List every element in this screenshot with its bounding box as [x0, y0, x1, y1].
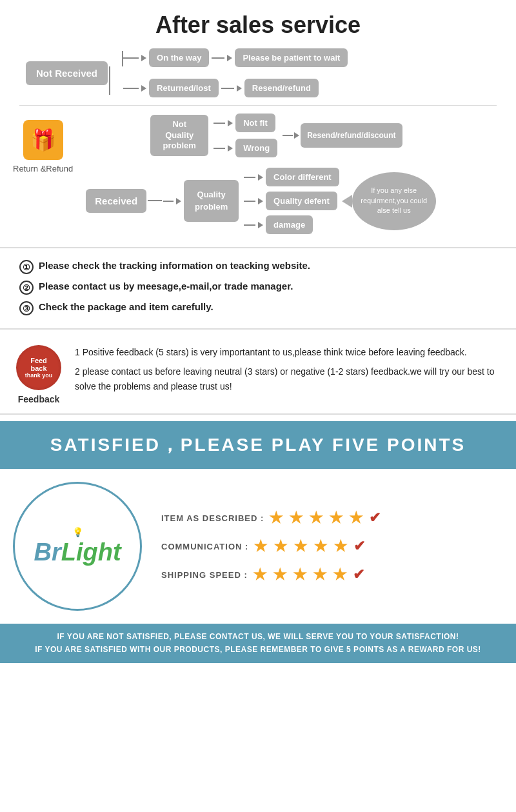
nr-branches-container: [109, 66, 110, 95]
star1-1: ★: [269, 509, 284, 527]
returned-lost-box: Returned/lost: [149, 79, 219, 97]
header: After sales service: [0, 0, 516, 45]
rr-label: Return &Refund: [13, 164, 73, 173]
qp-b2: Quality defent: [244, 192, 339, 210]
rec-bracket: [148, 200, 162, 203]
nq-arr1: [228, 120, 233, 126]
nr-bracket: [109, 51, 123, 95]
v2: [109, 66, 110, 95]
star-label-3: SHIPPING SPEED :: [161, 570, 248, 580]
star2-5: ★: [333, 537, 348, 555]
satisfied-banner: SATISFIED，PLEASE PLAY FIVE POINTS: [0, 421, 516, 469]
qp-b3: damage: [244, 215, 339, 234]
received-box: Received: [86, 189, 146, 213]
feedback-badge: Feed back thank you: [16, 345, 61, 390]
star2-3: ★: [293, 537, 308, 555]
nq-b2: Wrong: [213, 139, 277, 157]
nq-outcome-conn: Resend/refund/discount: [283, 123, 402, 148]
rr-section: 🎁 Return &Refund NotQualityproblem: [6, 114, 510, 234]
main-diagram: Not Received: [0, 45, 516, 241]
qp-b1: Color different: [244, 168, 339, 186]
logo-text: Br Light: [34, 539, 121, 566]
page-title: After sales service: [0, 12, 516, 39]
feedback-item-1: 1 Positive feedback (5 stars) is very im…: [75, 345, 503, 359]
speech-bubble: If you any else requirment,you could als…: [352, 172, 436, 230]
arrow2: [227, 55, 232, 61]
badge-line2: back: [30, 364, 46, 372]
rec-h1: [148, 200, 162, 201]
check3: ✔: [353, 566, 365, 583]
star-row-3: SHIPPING SPEED : ★ ★ ★ ★ ★ ✔: [161, 566, 510, 584]
star2-2: ★: [273, 537, 288, 555]
feedback-label: Feedback: [18, 394, 60, 404]
bottom-banner: IF YOU ARE NOT SATISFIED, PLEASE CONTACT…: [0, 624, 516, 663]
nq-outcome-arr: [294, 132, 299, 139]
feedback-icon-area: Feed back thank you Feedback: [13, 345, 64, 404]
qp-arr2: [258, 198, 263, 204]
rec-arm: [163, 201, 174, 202]
arm2: [212, 57, 224, 59]
nr-branch-top: [109, 51, 123, 66]
feedback-item-2: 2 please contact us before leaving neutr…: [75, 364, 503, 393]
rec-arm-top: [148, 200, 162, 201]
star3-2: ★: [273, 566, 288, 584]
qp-arr1: [258, 174, 263, 181]
qp-branches: Color different Quality defent damage: [244, 168, 339, 234]
star-row-2: COMMUNICATION : ★ ★ ★ ★ ★ ✔: [161, 537, 510, 555]
arrow4: [237, 85, 242, 92]
arrow1: [141, 55, 146, 61]
arm3: [123, 88, 139, 89]
satisfied-title: SATISFIED，PLEASE PLAY FIVE POINTS: [12, 433, 504, 457]
be-patient-box: Please be patient to wait: [235, 48, 348, 67]
star1-4: ★: [329, 509, 344, 527]
nq-arm2: [213, 148, 225, 149]
sep1: [19, 105, 497, 106]
logo-circle: 💡 Br Light: [13, 482, 142, 611]
star-rows: ITEM AS DESCRIBED : ★ ★ ★ ★ ★ ✔ COMMUNIC…: [155, 496, 516, 597]
instr-num-2: ②: [19, 281, 34, 295]
not-received-box: Not Received: [26, 61, 108, 85]
nqp-section: NotQualityproblem Not fit: [150, 114, 402, 157]
rr-icon-area: 🎁 Return &Refund: [13, 114, 73, 173]
arm4: [221, 88, 234, 89]
not-received-row: Not Received: [6, 45, 510, 97]
logo-br: Br: [34, 539, 61, 566]
nr-vert: [109, 66, 110, 95]
check2: ✔: [353, 538, 366, 555]
stars-section: 💡 Br Light ITEM AS DESCRIBED : ★ ★ ★ ★ ★…: [0, 469, 516, 624]
bottom-line1: IF YOU ARE NOT SATISFIED, PLEASE CONTACT…: [6, 630, 510, 643]
nqp-row1: NotQualityproblem Not fit: [150, 114, 402, 157]
received-row: Received Qualityproblem: [86, 168, 503, 234]
resend-refund-discount-box: Resend/refund/discount: [301, 123, 402, 148]
not-quality-row: NotQualityproblem Not fit: [86, 114, 503, 157]
star-row-1: ITEM AS DESCRIBED : ★ ★ ★ ★ ★ ✔: [161, 509, 510, 527]
rec-arr: [176, 198, 181, 204]
resend-refund-box: Resend/refund: [244, 79, 319, 97]
badge-line3: thank you: [25, 372, 53, 379]
arm1: [123, 57, 139, 59]
feedback-text: 1 Positive feedback (5 stars) is very im…: [75, 345, 503, 399]
star1-5: ★: [349, 509, 364, 527]
star2-4: ★: [313, 537, 328, 555]
star3-5: ★: [333, 566, 348, 584]
quality-defent-box: Quality defent: [266, 192, 337, 210]
instr-item-1: ① Please check the tracking information …: [19, 260, 497, 274]
nr-branch2: Returned/lost Resend/refund: [123, 79, 348, 97]
instr-num-3: ③: [19, 301, 34, 315]
star-label-1: ITEM AS DESCRIBED :: [161, 513, 264, 523]
instr-text-2: Please contact us by meesage,e-mail,or t…: [39, 281, 293, 292]
star2-1: ★: [253, 537, 268, 555]
not-fit-box: Not fit: [235, 114, 275, 132]
arrow3: [141, 85, 146, 92]
star3-1: ★: [253, 566, 268, 584]
damage-box: damage: [266, 215, 313, 234]
nq-b1: Not fit: [213, 114, 277, 132]
bulb-icon: 💡: [72, 527, 83, 537]
instr-item-3: ③ Check the package and item carefully.: [19, 301, 497, 315]
star3-3: ★: [293, 566, 308, 584]
star1-3: ★: [309, 509, 324, 527]
quality-problem-box: Qualityproblem: [184, 180, 239, 221]
check1: ✔: [369, 510, 381, 526]
instructions-section: ① Please check the tracking information …: [0, 247, 516, 330]
nq-arm1: [213, 123, 225, 124]
